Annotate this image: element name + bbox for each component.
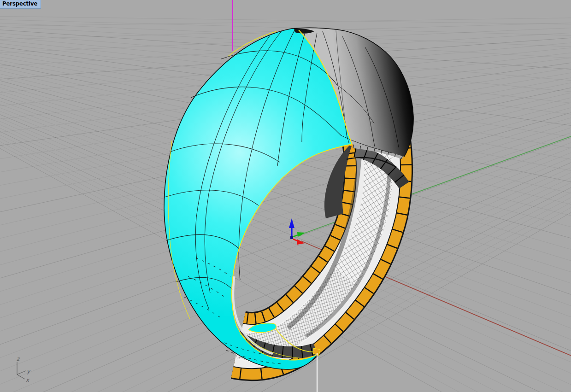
scene-canvas[interactable]: z y x — [0, 0, 571, 392]
gizmo-origin[interactable] — [290, 236, 293, 239]
viewport-title[interactable]: Perspective — [0, 0, 41, 9]
viewport-3d[interactable]: z y x — [0, 0, 571, 392]
